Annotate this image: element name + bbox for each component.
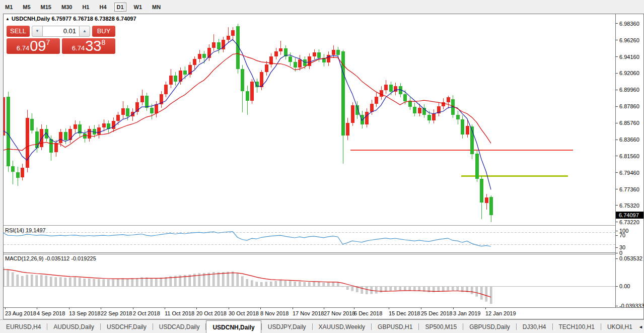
macd-histogram-bar xyxy=(155,279,157,286)
timeframe-button-M1[interactable]: M1 xyxy=(3,3,15,12)
date-axis-label: 6 Dec 2018 xyxy=(354,310,382,316)
chart-tab-gbpusd-h1[interactable]: GBPUSD,H1 xyxy=(372,320,418,333)
macd-histogram-bar xyxy=(299,282,301,286)
macd-histogram-bar xyxy=(31,275,33,286)
chart-tab-usdchf-daily[interactable]: USDCHF,Daily xyxy=(101,320,153,333)
chart-tab-xauusd-weekly[interactable]: XAUUSD,Weekly xyxy=(313,320,371,333)
macd-histogram-bar xyxy=(12,273,14,286)
price-tick xyxy=(616,56,618,57)
candle-body xyxy=(442,102,445,106)
candle-body xyxy=(97,127,101,135)
buy-price-big: 33 xyxy=(85,39,101,53)
buy-button[interactable]: BUY xyxy=(92,26,115,37)
price-axis-label: 6.73220 xyxy=(619,219,639,225)
collapse-trade-panel-icon[interactable]: ▲ xyxy=(6,17,10,21)
chart-tab-eurusd-h4[interactable]: EURUSD,H4 xyxy=(0,320,47,333)
ohlc-values: 6.75977 6.76718 6.73828 6.74097 xyxy=(51,16,136,22)
macd-histogram-bar xyxy=(375,286,377,293)
candle-body xyxy=(384,85,388,90)
timeframe-button-MN[interactable]: MN xyxy=(150,3,163,12)
rsi-chart-canvas[interactable] xyxy=(4,226,615,252)
chart-tab-bar: EURUSD,H4AUDUSD,DailyUSDCHF,DailyUSDCAD,… xyxy=(0,319,644,333)
date-axis[interactable]: 23 Aug 20184 Sep 201813 Sep 201822 Sep 2… xyxy=(4,307,643,319)
volume-increase-button[interactable]: ▲ xyxy=(79,26,90,37)
volume-decrease-button[interactable]: ▼ xyxy=(32,26,43,37)
price-tick xyxy=(616,156,618,156)
timeframe-button-M5[interactable]: M5 xyxy=(20,3,33,12)
tab-scroll-left-icon[interactable]: ◄ xyxy=(638,324,643,329)
timeframe-button-W1[interactable]: W1 xyxy=(131,3,145,12)
candle-body xyxy=(408,101,412,107)
candle-body xyxy=(30,119,34,131)
candle-body xyxy=(88,129,91,139)
price-tick xyxy=(616,73,618,74)
macd-tick xyxy=(616,306,618,306)
price-axis-label: 6.87860 xyxy=(619,103,639,109)
macd-indicator-pane[interactable]: MACD(12,26,9) -0.035112 -0.019225 xyxy=(4,254,615,307)
current-price-tag: 6.74097 xyxy=(616,212,643,219)
volume-input[interactable]: 0.01 xyxy=(43,26,79,37)
candle-body xyxy=(54,143,58,152)
candle-body xyxy=(427,115,431,120)
candle-body xyxy=(83,134,87,138)
chart-tab-tech100-h1[interactable]: TECH100,H1 xyxy=(553,320,601,333)
macd-histogram-bar xyxy=(107,280,109,286)
macd-histogram-bar xyxy=(232,272,234,286)
price-axis-label: 6.77360 xyxy=(619,186,639,192)
macd-histogram-bar xyxy=(98,279,100,286)
macd-tick xyxy=(616,286,618,287)
chart-tab-usdcnh-daily[interactable]: USDCNH,Daily xyxy=(206,320,261,333)
candle-body xyxy=(370,104,374,112)
candle-body xyxy=(375,97,378,104)
candle-body xyxy=(150,108,154,113)
candle-body xyxy=(121,108,125,115)
candle-body xyxy=(351,105,354,122)
macd-chart-canvas[interactable] xyxy=(4,254,615,307)
timeframe-button-M30[interactable]: M30 xyxy=(59,3,75,12)
macd-histogram-bar xyxy=(165,277,167,286)
candle-body xyxy=(250,82,254,101)
candle-body xyxy=(489,197,493,215)
chart-tab-usdcad-daily[interactable]: USDCAD,Daily xyxy=(153,320,206,333)
chart-tab-gbpusd-daily[interactable]: GBPUSD,Daily xyxy=(463,320,516,333)
timeframe-button-H4[interactable]: H4 xyxy=(97,3,109,12)
candle-body xyxy=(198,54,201,58)
rsi-indicator-pane[interactable]: RSI(14) 19.1497 xyxy=(4,226,615,252)
macd-histogram-bar xyxy=(442,286,444,291)
candle-body xyxy=(183,71,187,75)
candle-body xyxy=(74,124,77,129)
macd-histogram-bar xyxy=(351,286,353,291)
triangle-down-icon: ▼ xyxy=(35,29,39,33)
timeframe-button-H1[interactable]: H1 xyxy=(80,3,92,12)
candle-body xyxy=(303,59,307,66)
sell-button[interactable]: SELL xyxy=(7,26,30,37)
macd-histogram-bar xyxy=(146,278,148,286)
candle-body xyxy=(212,42,216,48)
macd-histogram-bar xyxy=(304,282,306,286)
macd-histogram-bar xyxy=(327,283,329,286)
chart-tab-usdjpy-daily[interactable]: USDJPY,Daily xyxy=(262,320,312,333)
main-chart-pane[interactable]: ▲USDCNH,Daily 6.75977 6.76718 6.73828 6.… xyxy=(4,14,615,225)
price-axis[interactable]: 6.983606.962606.941606.920606.899606.878… xyxy=(616,14,643,307)
sell-price-tile[interactable]: 6.74 09 7 xyxy=(7,38,60,54)
date-tick xyxy=(421,308,421,309)
macd-label: MACD(12,26,9) -0.035112 -0.019225 xyxy=(5,255,96,261)
candle-body xyxy=(346,123,349,136)
chart-tab-audusd-daily[interactable]: AUDUSD,Daily xyxy=(47,320,100,333)
timeframe-button-M15[interactable]: M15 xyxy=(38,3,54,12)
symbol-period-label: USDCNH,Daily xyxy=(12,16,50,22)
macd-histogram-bar xyxy=(222,272,224,286)
date-tick xyxy=(69,308,69,309)
chart-tab-ukoil-h1[interactable]: UKOil,H1 xyxy=(601,320,638,333)
candle-body xyxy=(480,179,483,203)
macd-histogram-bar xyxy=(337,283,339,286)
chart-title: ▲USDCNH,Daily 6.75977 6.76718 6.73828 6.… xyxy=(6,16,136,22)
rsi-tick xyxy=(616,247,618,248)
chart-tab-dj30-h4[interactable]: DJ30,H4 xyxy=(517,320,552,333)
buy-price-tile[interactable]: 6.74 33 8 xyxy=(62,38,115,54)
candle-body xyxy=(274,51,278,56)
date-tick xyxy=(354,308,354,309)
chart-tab-sp500-m15[interactable]: SP500,M15 xyxy=(419,320,463,333)
candle-body xyxy=(389,85,393,92)
tab-scroll-buttons: ◄ ► xyxy=(638,320,644,333)
